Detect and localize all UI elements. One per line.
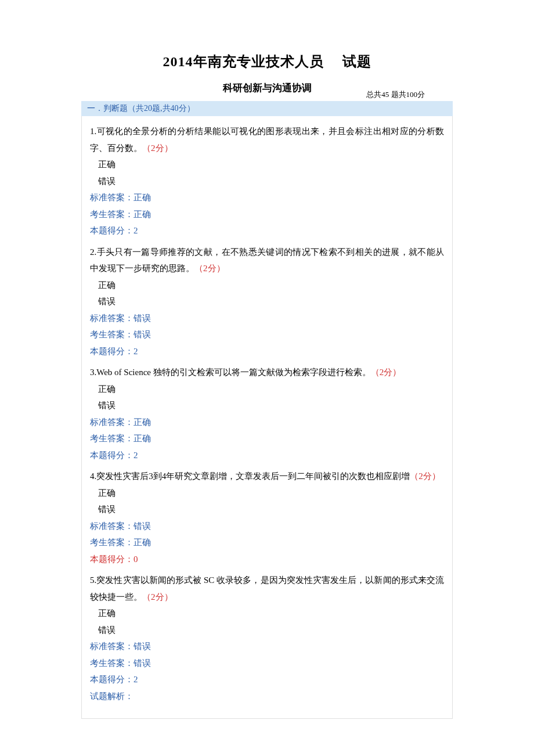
standard-answer: 标准答案：错误 — [90, 518, 444, 535]
question-2: 2.手头只有一篇导师推荐的文献，在不熟悉关键词的情况下检索不到相关的进展，就不能… — [90, 244, 444, 360]
candidate-answer: 考生答案：错误 — [90, 326, 444, 343]
question-score: 本题得分：2 — [90, 343, 444, 360]
title-part2: 试题 — [342, 54, 371, 69]
option-false[interactable]: 错误 — [90, 173, 444, 190]
points: （2分） — [371, 368, 402, 377]
question-score: 本题得分：2 — [90, 447, 444, 464]
option-false[interactable]: 错误 — [90, 293, 444, 310]
candidate-answer: 考生答案：正确 — [90, 206, 444, 223]
question-text: 3.Web of Science 独特的引文检索可以将一篇文献做为检索字段进行检… — [90, 364, 444, 381]
question-3: 3.Web of Science 独特的引文检索可以将一篇文献做为检索字段进行检… — [90, 364, 444, 463]
option-false[interactable]: 错误 — [90, 501, 444, 518]
option-true[interactable]: 正确 — [90, 156, 444, 173]
points: （2分） — [142, 143, 173, 153]
standard-answer: 标准答案：错误 — [90, 310, 444, 327]
option-true[interactable]: 正确 — [90, 605, 444, 622]
standard-answer: 标准答案：正确 — [90, 189, 444, 206]
question-score: 本题得分：2 — [90, 671, 444, 688]
page-title: 2014年南充专业技术人员试题 — [81, 52, 453, 71]
question-text: 1.可视化的全景分析的分析结果能以可视化的图形表现出来，并且会标注出相对应的分析… — [90, 123, 444, 156]
questions-container: 1.可视化的全景分析的分析结果能以可视化的图形表现出来，并且会标注出相对应的分析… — [81, 116, 453, 719]
standard-answer: 标准答案：错误 — [90, 638, 444, 655]
question-text: 2.手头只有一篇导师推荐的文献，在不熟悉关键词的情况下检索不到相关的进展，就不能… — [90, 244, 444, 277]
points: （2分） — [194, 264, 225, 273]
question-4: 4.突发性灾害后3到4年研究文章剧增，文章发表后一到二年间被引的次数也相应剧增（… — [90, 468, 444, 567]
option-true[interactable]: 正确 — [90, 381, 444, 398]
title-part1: 2014年南充专业技术人员 — [163, 54, 324, 69]
candidate-answer: 考生答案：正确 — [90, 534, 444, 551]
candidate-answer: 考生答案：错误 — [90, 655, 444, 672]
option-false[interactable]: 错误 — [90, 622, 444, 639]
candidate-answer: 考生答案：正确 — [90, 430, 444, 447]
analysis-label: 试题解析： — [90, 688, 444, 705]
option-true[interactable]: 正确 — [90, 485, 444, 502]
question-score: 本题得分：0 — [90, 551, 444, 568]
meta-summary: 总共45 题共100分 — [366, 89, 425, 100]
option-true[interactable]: 正确 — [90, 277, 444, 294]
question-text: 4.突发性灾害后3到4年研究文章剧增，文章发表后一到二年间被引的次数也相应剧增（… — [90, 468, 444, 485]
points: （2分） — [410, 471, 441, 481]
section-header: 一．判断题（共20题,共40分） — [81, 101, 453, 116]
question-5: 5.突发性灾害以新闻的形式被 SC 收录较多，是因为突发性灾害发生后，以新闻的形… — [90, 572, 444, 704]
points: （2分） — [142, 592, 173, 602]
option-false[interactable]: 错误 — [90, 397, 444, 414]
standard-answer: 标准答案：正确 — [90, 414, 444, 431]
question-text: 5.突发性灾害以新闻的形式被 SC 收录较多，是因为突发性灾害发生后，以新闻的形… — [90, 572, 444, 605]
question-score: 本题得分：2 — [90, 222, 444, 239]
question-1: 1.可视化的全景分析的分析结果能以可视化的图形表现出来，并且会标注出相对应的分析… — [90, 123, 444, 239]
